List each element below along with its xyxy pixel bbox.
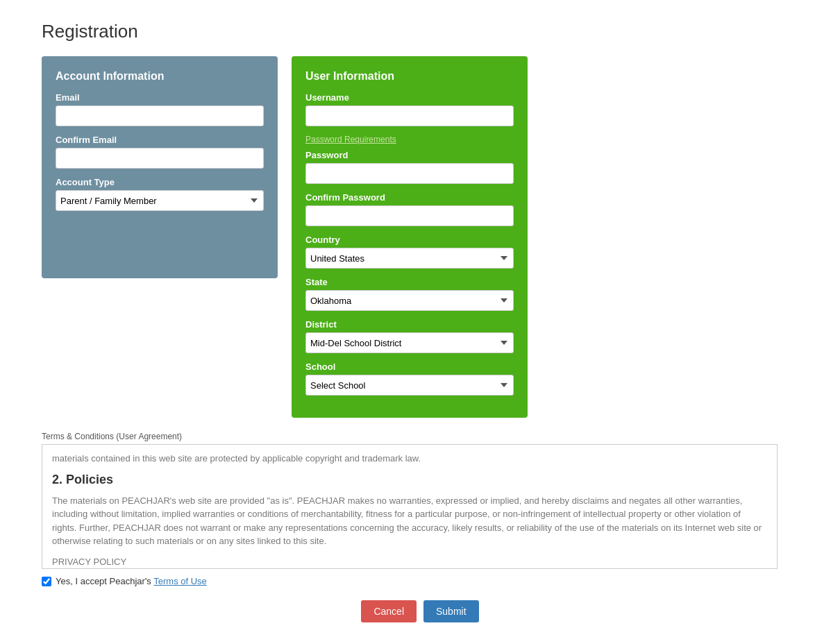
username-label: Username (305, 92, 514, 103)
state-label: State (305, 277, 514, 287)
accept-row: Yes, I accept Peachjar's Terms of Use (42, 576, 798, 586)
password-field-group: Password (305, 150, 514, 184)
confirm-password-label: Confirm Password (305, 192, 514, 203)
account-type-field-group: Account Type Parent / Family Member Stud… (56, 177, 264, 211)
terms-box[interactable]: materials contained in this web site are… (42, 444, 778, 569)
buttons-row: Cancel Submit (42, 600, 798, 622)
account-panel-heading: Account Information (56, 70, 264, 83)
email-field-group: Email (56, 92, 264, 126)
account-type-label: Account Type (56, 177, 264, 187)
state-select[interactable]: Oklahoma Texas California (305, 290, 514, 311)
country-field-group: Country United States Canada Mexico (305, 235, 514, 269)
submit-button[interactable]: Submit (423, 600, 479, 622)
account-type-select[interactable]: Parent / Family Member Student Teacher A… (56, 190, 264, 211)
confirm-email-label: Confirm Email (56, 135, 264, 145)
confirm-password-field-group: Confirm Password (305, 192, 514, 226)
terms-intro: materials contained in this web site are… (52, 452, 767, 466)
user-panel-heading: User Information (305, 70, 514, 83)
country-select[interactable]: United States Canada Mexico (305, 248, 514, 269)
confirm-email-input[interactable] (56, 148, 264, 169)
terms-label: Terms & Conditions (User Agreement) (42, 432, 798, 441)
cancel-button[interactable]: Cancel (361, 600, 417, 622)
district-field-group: District Mid-Del School District Other D… (305, 319, 514, 353)
district-label: District (305, 319, 514, 330)
forms-row: Account Information Email Confirm Email … (42, 56, 798, 418)
policies-heading: 2. Policies (52, 473, 767, 487)
policies-text: The materials on PEACHJAR's web site are… (52, 494, 767, 548)
terms-section: Terms & Conditions (User Agreement) mate… (42, 432, 798, 569)
account-panel: Account Information Email Confirm Email … (42, 56, 278, 278)
accept-label: Yes, I accept Peachjar's Terms of Use (56, 576, 207, 586)
privacy-label: PRIVACY POLICY (52, 555, 767, 569)
username-input[interactable] (305, 105, 514, 126)
confirm-password-input[interactable] (305, 205, 514, 226)
password-requirements-link[interactable]: Password Requirements (305, 135, 514, 144)
password-input[interactable] (305, 163, 514, 184)
page-title: Registration (42, 21, 798, 42)
user-panel: User Information Username Password Requi… (292, 56, 528, 418)
email-input[interactable] (56, 105, 264, 126)
state-field-group: State Oklahoma Texas California (305, 277, 514, 311)
terms-of-use-link[interactable]: Terms of Use (153, 576, 207, 586)
district-select[interactable]: Mid-Del School District Other District (305, 332, 514, 353)
school-select[interactable]: Select School School A School B (305, 375, 514, 396)
password-label: Password (305, 150, 514, 160)
school-label: School (305, 362, 514, 372)
username-field-group: Username (305, 92, 514, 126)
country-label: Country (305, 235, 514, 245)
school-field-group: School Select School School A School B (305, 362, 514, 396)
email-label: Email (56, 92, 264, 103)
accept-checkbox[interactable] (42, 577, 51, 586)
confirm-email-field-group: Confirm Email (56, 135, 264, 169)
